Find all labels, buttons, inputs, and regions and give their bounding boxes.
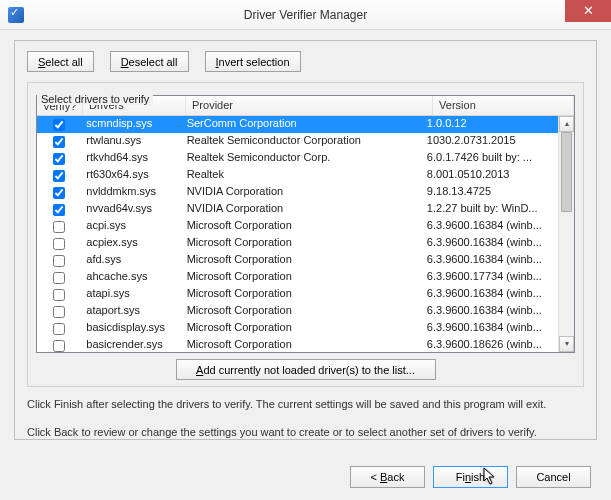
vertical-scrollbar[interactable]: ▴ ▾ xyxy=(558,116,574,352)
cell-version: 6.3.9600.16384 (winb... xyxy=(421,218,558,235)
cell-provider: Realtek Semiconductor Corporation xyxy=(181,133,421,150)
table-row[interactable]: nvlddmkm.sysNVIDIA Corporation9.18.13.47… xyxy=(37,184,558,201)
table-row[interactable]: afd.sysMicrosoft Corporation6.3.9600.163… xyxy=(37,252,558,269)
cell-driver: basicrender.sys xyxy=(80,337,180,352)
cell-provider: NVIDIA Corporation xyxy=(181,201,421,218)
table-row[interactable]: basicrender.sysMicrosoft Corporation6.3.… xyxy=(37,337,558,352)
cell-version: 8.001.0510.2013 xyxy=(421,167,558,184)
cell-provider: Microsoft Corporation xyxy=(181,269,421,286)
cell-provider: Microsoft Corporation xyxy=(181,303,421,320)
hint-back: Click Back to review or change the setti… xyxy=(27,425,584,439)
verify-checkbox[interactable] xyxy=(53,221,65,233)
verify-checkbox[interactable] xyxy=(53,340,65,352)
cancel-button[interactable]: Cancel xyxy=(516,466,591,488)
cell-driver: acpiex.sys xyxy=(80,235,180,252)
cell-driver: nvvad64v.sys xyxy=(80,201,180,218)
cell-version: 1.0.0.12 xyxy=(421,116,558,133)
verify-checkbox[interactable] xyxy=(53,153,65,165)
scroll-up-button[interactable]: ▴ xyxy=(559,116,574,132)
scroll-thumb[interactable] xyxy=(561,132,572,212)
table-row[interactable]: ahcache.sysMicrosoft Corporation6.3.9600… xyxy=(37,269,558,286)
cell-provider: SerComm Corporation xyxy=(181,116,421,133)
cell-version: 1.2.27 built by: WinD... xyxy=(421,201,558,218)
verify-checkbox[interactable] xyxy=(53,323,65,335)
cell-version: 1030.2.0731.2015 xyxy=(421,133,558,150)
cell-provider: Microsoft Corporation xyxy=(181,218,421,235)
table-row[interactable]: acpi.sysMicrosoft Corporation6.3.9600.16… xyxy=(37,218,558,235)
cell-driver: rt630x64.sys xyxy=(80,167,180,184)
cell-driver: ataport.sys xyxy=(80,303,180,320)
verify-checkbox[interactable] xyxy=(53,119,65,131)
table-row[interactable]: ataport.sysMicrosoft Corporation6.3.9600… xyxy=(37,303,558,320)
cell-driver: basicdisplay.sys xyxy=(80,320,180,337)
window-title: Driver Verifier Manager xyxy=(0,8,611,22)
cell-provider: Realtek Semiconductor Corp. xyxy=(181,150,421,167)
cell-version: 6.3.9600.16384 (winb... xyxy=(421,320,558,337)
cell-version: 6.3.9600.16384 (winb... xyxy=(421,303,558,320)
deselect-all-button[interactable]: Deselect all xyxy=(110,51,189,72)
cell-version: 6.3.9600.16384 (winb... xyxy=(421,252,558,269)
table-row[interactable]: scmndisp.sysSerComm Corporation1.0.0.12 xyxy=(37,116,558,133)
cell-version: 6.3.9600.17734 (winb... xyxy=(421,269,558,286)
verify-checkbox[interactable] xyxy=(53,289,65,301)
back-button[interactable]: < Back xyxy=(350,466,425,488)
titlebar[interactable]: Driver Verifier Manager ✕ xyxy=(0,0,611,30)
verify-checkbox[interactable] xyxy=(53,170,65,182)
close-icon: ✕ xyxy=(583,3,594,18)
table-row[interactable]: rtkvhd64.sysRealtek Semiconductor Corp.6… xyxy=(37,150,558,167)
cell-driver: nvlddmkm.sys xyxy=(80,184,180,201)
verify-checkbox[interactable] xyxy=(53,306,65,318)
verify-checkbox[interactable] xyxy=(53,272,65,284)
app-icon xyxy=(8,7,24,23)
cell-version: 6.3.9600.18626 (winb... xyxy=(421,337,558,352)
select-all-button[interactable]: Select all xyxy=(27,51,94,72)
finish-button[interactable]: Finish xyxy=(433,466,508,488)
add-drivers-label: dd currently not loaded driver(s) to the… xyxy=(203,364,415,376)
cell-driver: ahcache.sys xyxy=(80,269,180,286)
cell-driver: scmndisp.sys xyxy=(80,116,180,133)
add-drivers-button[interactable]: Add currently not loaded driver(s) to th… xyxy=(176,359,436,380)
verify-checkbox[interactable] xyxy=(53,136,65,148)
cell-driver: atapi.sys xyxy=(80,286,180,303)
table-row[interactable]: rtwlanu.sysRealtek Semiconductor Corpora… xyxy=(37,133,558,150)
close-button[interactable]: ✕ xyxy=(565,0,611,22)
group-label: Select drivers to verify xyxy=(37,93,153,105)
invert-selection-button[interactable]: Invert selection xyxy=(205,51,301,72)
col-provider[interactable]: Provider xyxy=(186,96,433,115)
cell-version: 9.18.13.4725 xyxy=(421,184,558,201)
drivers-listview[interactable]: Verify? Drivers Provider Version scmndis… xyxy=(36,95,575,353)
scroll-down-button[interactable]: ▾ xyxy=(559,336,574,352)
verify-checkbox[interactable] xyxy=(53,187,65,199)
hint-finish: Click Finish after selecting the drivers… xyxy=(27,397,584,411)
cell-driver: afd.sys xyxy=(80,252,180,269)
cell-driver: rtwlanu.sys xyxy=(80,133,180,150)
table-row[interactable]: basicdisplay.sysMicrosoft Corporation6.3… xyxy=(37,320,558,337)
cell-provider: NVIDIA Corporation xyxy=(181,184,421,201)
verify-checkbox[interactable] xyxy=(53,204,65,216)
cell-provider: Realtek xyxy=(181,167,421,184)
cell-provider: Microsoft Corporation xyxy=(181,235,421,252)
cell-version: 6.3.9600.16384 (winb... xyxy=(421,235,558,252)
cell-driver: rtkvhd64.sys xyxy=(80,150,180,167)
cell-driver: acpi.sys xyxy=(80,218,180,235)
verify-checkbox[interactable] xyxy=(53,255,65,267)
table-row[interactable]: atapi.sysMicrosoft Corporation6.3.9600.1… xyxy=(37,286,558,303)
col-version[interactable]: Version xyxy=(433,96,574,115)
cell-version: 6.0.1.7426 built by: ... xyxy=(421,150,558,167)
table-row[interactable]: nvvad64v.sysNVIDIA Corporation1.2.27 bui… xyxy=(37,201,558,218)
cell-provider: Microsoft Corporation xyxy=(181,337,421,352)
cell-provider: Microsoft Corporation xyxy=(181,252,421,269)
table-row[interactable]: rt630x64.sysRealtek8.001.0510.2013 xyxy=(37,167,558,184)
cell-provider: Microsoft Corporation xyxy=(181,286,421,303)
cell-provider: Microsoft Corporation xyxy=(181,320,421,337)
cell-version: 6.3.9600.16384 (winb... xyxy=(421,286,558,303)
verify-checkbox[interactable] xyxy=(53,238,65,250)
table-row[interactable]: acpiex.sysMicrosoft Corporation6.3.9600.… xyxy=(37,235,558,252)
